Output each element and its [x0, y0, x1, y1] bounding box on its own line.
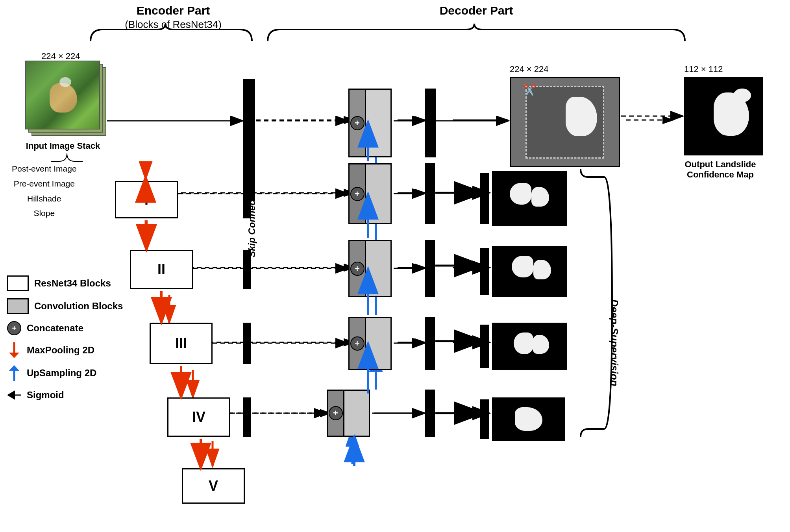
encoder-label: Encoder Part (Blocks of ResNet34)	[91, 4, 256, 31]
input-item-4: Slope	[12, 206, 77, 221]
legend: ResNet34 Blocks Convolution Blocks + Con…	[7, 275, 123, 409]
encoder-bar-IV	[243, 397, 251, 437]
legend-maxpool: MaxPooling 2D	[7, 342, 123, 358]
output-square-rowI	[492, 171, 567, 226]
decoder-bar-rowIII	[425, 317, 435, 370]
svg-marker-35	[7, 390, 15, 400]
legend-resnet: ResNet34 Blocks	[7, 275, 123, 291]
input-image-stack-label: Input Image Stack	[22, 141, 104, 151]
resnet-block-III: III	[150, 323, 213, 364]
legend-concat: + Concatenate	[7, 321, 123, 335]
skip-connections-label: Skip Connections	[246, 177, 257, 257]
resnet-block-V: V	[182, 468, 245, 504]
legend-conv: Convolution Blocks	[7, 298, 123, 314]
image-stack	[24, 59, 110, 138]
output-square-rowIV	[492, 397, 565, 441]
bar-rowIII-out	[480, 325, 489, 368]
decoder-bar-row0	[425, 89, 436, 157]
output-square-rowII	[492, 246, 567, 297]
decoder-label: Decoder Part	[268, 4, 685, 17]
output-size-label: 112 × 112	[684, 64, 723, 74]
conv-block-rowII: +	[348, 240, 392, 297]
deep-supervision-label: Deep-Supervision	[608, 299, 620, 386]
conv-block-row0: +	[348, 89, 392, 157]
input-item-2: Pre-event Image	[12, 176, 77, 191]
decoder-bar-rowI	[425, 163, 435, 224]
legend-upsample: UpSampling 2D	[7, 365, 123, 381]
diagram-container: Encoder Part (Blocks of ResNet34) Decode…	[0, 0, 790, 532]
crop-image: ✂️	[510, 77, 620, 167]
resnet-block-IV: IV	[167, 397, 230, 437]
input-item-1: Post-event Image	[12, 161, 77, 176]
legend-sigmoid: Sigmoid	[7, 388, 123, 402]
resnet-block-II: II	[130, 250, 193, 289]
scissors-icon: ✂️	[523, 83, 537, 96]
conv-block-rowI: +	[348, 163, 392, 224]
svg-marker-32	[9, 353, 19, 358]
diagram-svg	[0, 0, 790, 532]
output-square-rowIII	[492, 323, 567, 370]
resnet-block-I: I	[115, 181, 178, 218]
decoder-bar-rowIV	[425, 390, 435, 437]
crop-size-label: 224 × 224	[510, 64, 548, 74]
bar-rowII-out	[480, 248, 489, 295]
arrows-overlay	[0, 0, 790, 532]
output-confidence-map	[684, 77, 763, 155]
encoder-bar-III	[243, 323, 251, 364]
input-items: Post-event Image Pre-event Image Hillsha…	[12, 161, 77, 221]
input-item-3: Hillshade	[12, 191, 77, 206]
bar-rowIV-out	[480, 399, 489, 439]
bar-rowI-out	[480, 173, 489, 224]
output-label: Output Landslide Confidence Map	[667, 159, 773, 180]
conv-block-rowIV: +	[327, 390, 370, 437]
svg-marker-33	[9, 365, 19, 371]
decoder-bar-rowII	[425, 240, 435, 297]
conv-block-rowIII: +	[348, 317, 392, 370]
